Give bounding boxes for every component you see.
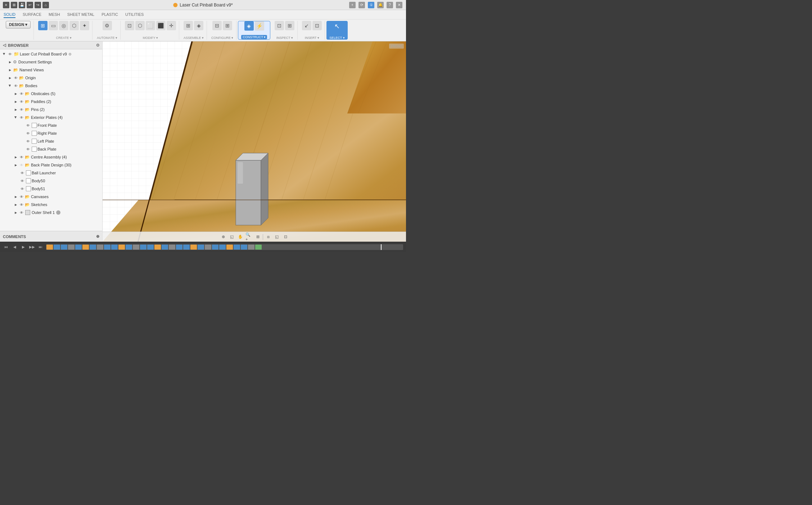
create-more-icon[interactable]: ✦ (80, 21, 89, 30)
tree-item-doc-settings[interactable]: ▶ ⚙ Document Settings (0, 58, 102, 66)
arrow-canvases[interactable]: ▶ (13, 194, 19, 200)
eye-paddles[interactable]: 👁 (19, 99, 24, 104)
modify-move-icon[interactable]: ✛ (167, 21, 176, 30)
modify-shell-icon[interactable]: ⬛ (156, 21, 166, 30)
eye-back-plate[interactable]: 👁 (25, 146, 31, 152)
timeline-item-11[interactable] (118, 245, 125, 250)
tab-surface[interactable]: SURFACE (23, 12, 41, 18)
modify-chamfer-icon[interactable]: ⬜ (146, 21, 155, 30)
arrow-pins[interactable]: ▶ (13, 107, 19, 112)
tree-item-front-plate[interactable]: 👁 Front Plate (0, 121, 102, 129)
eye-right-plate[interactable]: 👁 (25, 130, 31, 136)
timeline-item-1[interactable] (46, 245, 53, 250)
design-button[interactable]: DESIGN ▾ (6, 21, 31, 28)
timeline-next-icon[interactable]: ▶▶ (29, 244, 35, 250)
timeline-item-12[interactable] (126, 245, 132, 250)
assemble-joint-icon[interactable]: ◈ (194, 21, 203, 30)
tab-plastic[interactable]: PLASTIC (102, 12, 118, 18)
timeline-item-5[interactable] (75, 245, 82, 250)
browser-settings-icon[interactable]: ⊙ (96, 43, 99, 48)
select-icon[interactable]: ↖ (331, 21, 342, 32)
insert-svg-icon[interactable]: ↙ (302, 21, 311, 30)
eye-front-plate[interactable]: 👁 (25, 122, 31, 128)
eye-bodies[interactable]: 👁 (13, 83, 19, 89)
assemble-new-icon[interactable]: ⊞ (184, 21, 193, 30)
new-tab-icon[interactable]: + (349, 2, 356, 8)
tab-utilities[interactable]: UTILITIES (125, 12, 144, 18)
timeline-item-19[interactable] (176, 245, 182, 250)
root-settings[interactable]: ⚙ (68, 52, 72, 56)
tree-item-named-views[interactable]: ▶ 📂 Named Views (0, 66, 102, 74)
timeline-item-14[interactable] (140, 245, 146, 250)
create-sweep-icon[interactable]: ⬡ (69, 21, 79, 30)
arrow-bp-design[interactable]: ▶ (13, 162, 19, 168)
timeline-item-3[interactable] (61, 245, 67, 250)
tree-item-origin[interactable]: ▶ 👁 📂 Origin (0, 74, 102, 82)
zoom-in-icon[interactable]: 🔍+ (245, 233, 253, 241)
timeline-item-21[interactable] (190, 245, 197, 250)
arrow-sketches[interactable]: ▶ (13, 202, 19, 207)
timeline-item-28[interactable] (241, 245, 247, 250)
tree-item-outer-shell[interactable]: ▶ 👁 Outer Shell 1 (0, 209, 102, 216)
tree-item-pins[interactable]: ▶ 👁 📂 Pins (2) (0, 106, 102, 113)
menu-icon[interactable]: ≡ (3, 2, 9, 8)
assemble-label[interactable]: ASSEMBLE ▾ (184, 36, 204, 40)
configure-label[interactable]: CONFIGURE ▾ (211, 36, 234, 40)
timeline-item-18[interactable] (169, 245, 175, 250)
construct-axis-icon[interactable]: ⚡ (255, 21, 264, 31)
arrow-ext-plates[interactable]: ▶ (13, 115, 19, 120)
grid-icon[interactable]: ⊞ (11, 2, 17, 8)
insert-label[interactable]: INSERT ▾ (305, 36, 319, 40)
timeline-item-30[interactable] (255, 245, 262, 250)
construct-label[interactable]: CONSTRUCT ▾ (241, 35, 267, 39)
tree-item-bodies[interactable]: ▶ 👁 📂 Bodies (0, 82, 102, 90)
timeline-play-icon[interactable]: ▶ (20, 244, 27, 250)
tree-item-root[interactable]: ▶ 👁 📁 Laser Cut Pinball Board v9 ⚙ (0, 50, 102, 58)
select-label[interactable]: SELECT ▾ (329, 36, 344, 40)
eye-ball-launcher[interactable]: 👁 (19, 170, 25, 176)
tree-item-back-plate[interactable]: 👁 Back Plate (0, 145, 102, 153)
eye-ext-plates[interactable]: 👁 (19, 115, 24, 120)
insert-canvas-icon[interactable]: ⊡ (312, 21, 322, 30)
timeline-item-2[interactable] (54, 245, 60, 250)
eye-outer-shell[interactable]: 👁 (19, 210, 24, 215)
comments-add-icon[interactable]: ⊕ (96, 234, 99, 239)
view-cube-icon[interactable]: ⧈ (265, 233, 272, 241)
modify-label[interactable]: MODIFY ▾ (143, 36, 158, 40)
help-icon[interactable]: ? (387, 2, 393, 8)
eye-centre[interactable]: 👁 (19, 154, 24, 160)
timeline-item-24[interactable] (212, 245, 218, 250)
timeline-item-20[interactable] (183, 245, 190, 250)
orbit-icon[interactable]: ⊕ (220, 233, 227, 241)
create-revolve-icon[interactable]: ◎ (59, 21, 68, 30)
arrow-centre[interactable]: ▶ (13, 154, 19, 160)
save-icon[interactable]: 💾 (19, 2, 25, 8)
eye-root[interactable]: 👁 (7, 51, 13, 57)
tree-item-right-plate[interactable]: 👁 Right Plate (0, 129, 102, 137)
close-icon[interactable]: ✕ (396, 2, 402, 8)
tab-mesh[interactable]: MESH (49, 12, 60, 18)
tree-item-ext-plates[interactable]: ▶ 👁 📂 Exterior Plates (4) (0, 113, 102, 121)
tree-item-canvases[interactable]: ▶ 👁 📂 Canvases (0, 193, 102, 201)
eye-canvases[interactable]: 👁 (19, 194, 24, 200)
timeline-item-23[interactable] (205, 245, 211, 250)
timeline-first-icon[interactable]: ⏮ (3, 244, 9, 250)
tree-item-left-plate[interactable]: 👁 Left Plate (0, 137, 102, 145)
create-new-icon[interactable]: ⊞ (38, 21, 48, 30)
arrow-origin[interactable]: ▶ (7, 75, 13, 81)
eye-body50[interactable]: 👁 (19, 178, 25, 184)
timeline-last-icon[interactable]: ⏭ (37, 244, 44, 250)
modify-press-pull-icon[interactable]: ⊡ (125, 21, 134, 30)
tree-item-obstacles[interactable]: ▶ 👁 📂 Obsticales (5) (0, 90, 102, 98)
eye-sketches[interactable]: 👁 (19, 202, 24, 207)
tab-sheet-metal[interactable]: SHEET METAL (67, 12, 94, 18)
eye-origin[interactable]: 👁 (13, 75, 19, 81)
arrow-root[interactable]: ▶ (1, 51, 7, 57)
zoom-fit-icon[interactable]: ⊞ (254, 233, 261, 241)
tree-item-bp-design[interactable]: ▶ 👁 📂 Back Plate Design (30) (0, 161, 102, 169)
grid-settings-icon[interactable]: ⊡ (282, 233, 289, 241)
viewport[interactable]: FRONT ⊕ ◱ ✋ 🔍+ ⊞ ⧈ ◱ ⊡ (103, 41, 406, 242)
timeline-item-22[interactable] (198, 245, 204, 250)
tree-item-body50[interactable]: 👁 Body50 (0, 177, 102, 185)
timeline-item-4[interactable] (68, 245, 75, 250)
